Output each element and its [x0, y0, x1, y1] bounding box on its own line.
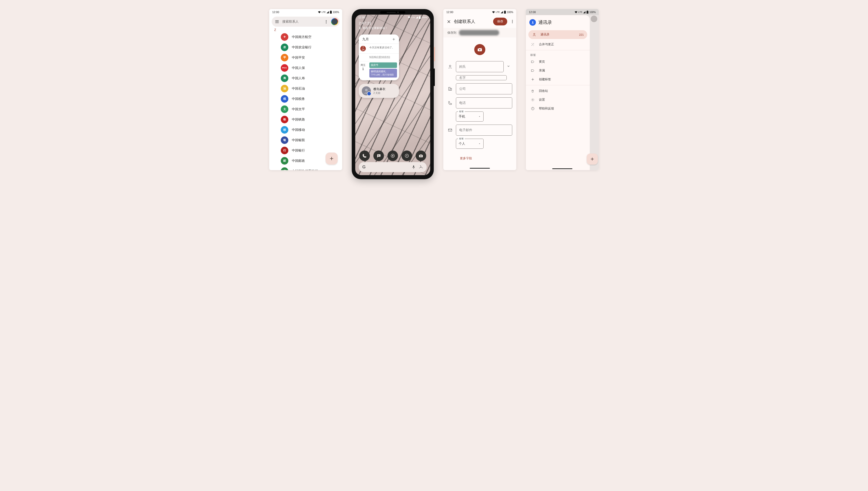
add-contact-fab[interactable]	[326, 152, 338, 165]
contact-name: 中国税务	[292, 97, 305, 101]
contact-row[interactable]: 移中国移动	[281, 124, 342, 135]
contact-row[interactable]: 储中国邮政储蓄银行	[281, 166, 342, 170]
dock	[355, 150, 430, 161]
search-bar[interactable]: 搜索联系人	[272, 17, 340, 27]
messages-app-icon[interactable]	[373, 150, 384, 161]
status-net: LTE	[578, 11, 582, 13]
label-icon	[531, 60, 535, 64]
chrome-app-icon[interactable]	[387, 150, 398, 161]
company-field[interactable]: 公司	[456, 83, 512, 94]
battery-icon	[504, 10, 506, 13]
phone-app-icon[interactable]	[359, 150, 370, 161]
drawer-row-yellowpages[interactable]: 黄页	[526, 57, 590, 66]
cal-fri-day: 1	[359, 67, 367, 71]
gear-icon	[531, 98, 535, 102]
contact-name: 中国农业银行	[292, 45, 311, 50]
dropdown-icon	[478, 115, 481, 118]
given-name-field[interactable]: 名字	[456, 75, 507, 80]
contact-name: 中国南方航空	[292, 35, 311, 39]
clock-widget[interactable]: 2:47:21	[359, 21, 427, 25]
calendar-month: 九月	[362, 37, 369, 41]
message-name: 樱岛麻衣	[373, 87, 385, 91]
account-avatar[interactable]	[331, 18, 338, 25]
svg-point-6	[420, 167, 422, 168]
status-net: LTE	[322, 11, 326, 13]
surname-field[interactable]: 姓氏	[456, 61, 504, 72]
contacts-app-icon	[529, 19, 536, 26]
account-chip[interactable]	[459, 30, 499, 35]
countdown-widget[interactable]: 歌曲卡盒要解锁啦！	[359, 26, 427, 30]
signal-icon	[501, 11, 503, 13]
google-search-bar[interactable]: G	[359, 162, 427, 172]
svg-point-13	[532, 21, 533, 23]
phone-label-select[interactable]: 标签 手机	[456, 112, 484, 121]
calendar-event-2[interactable]: 杨明波的婚礼 下午12时，四川省绵阳	[369, 69, 397, 78]
hourglass-icon	[359, 27, 361, 29]
wifi-icon	[574, 11, 578, 13]
svg-point-15	[532, 99, 533, 100]
calendar-today-text: 今天没有更多活动了。	[369, 44, 399, 53]
svg-point-9	[449, 65, 451, 67]
close-icon[interactable]	[447, 20, 451, 24]
drawer-row-settings[interactable]: 设置	[526, 95, 590, 104]
contacts-list[interactable]: Z ✈中国南方航空农中国农业银行平中国平安PICC中国人保寿中国人寿油中国石油税…	[269, 27, 342, 170]
background-avatar	[591, 16, 597, 22]
contact-name: 中国邮政	[292, 158, 305, 163]
status-time: 12:00	[358, 16, 365, 19]
battery-icon	[330, 10, 332, 13]
play-app-icon[interactable]	[401, 150, 412, 161]
menu-icon[interactable]	[275, 19, 279, 24]
more-icon[interactable]	[510, 20, 514, 23]
plus-icon[interactable]	[392, 37, 395, 41]
status-battery: 100%	[589, 11, 596, 13]
save-to-row[interactable]: 保存到	[443, 28, 516, 37]
mic-icon[interactable]	[412, 165, 416, 169]
more-icon[interactable]	[324, 20, 328, 23]
power-button	[434, 47, 435, 61]
drawer-row-trash[interactable]: 回收站	[526, 87, 590, 95]
contact-logo: 铁	[281, 116, 288, 123]
drawer-row-merge[interactable]: 合并与更正	[526, 40, 590, 49]
drawer-row-create-label[interactable]: 创建标签	[526, 75, 590, 84]
drawer-row-help[interactable]: 帮助和反馈	[526, 104, 590, 113]
contacts-drawer-screen: 12:00 LTE 100% 通讯录 通讯录 221 合并与更正	[526, 9, 599, 170]
contact-row[interactable]: PICC中国人保	[281, 63, 342, 73]
more-fields-button[interactable]: 更多字段	[460, 156, 512, 161]
label-icon	[531, 69, 535, 73]
contact-logo: 税	[281, 95, 288, 103]
phone-field[interactable]: 电话	[456, 97, 512, 109]
messages-widget[interactable]: 樱岛麻衣 2 天前	[359, 84, 399, 98]
status-time: 12:00	[446, 10, 453, 13]
save-button[interactable]: 保存	[493, 18, 507, 25]
add-photo-button[interactable]	[474, 44, 485, 55]
contact-row[interactable]: 税中国税务	[281, 94, 342, 104]
calendar-event-1[interactable]: 国庆节	[369, 62, 397, 68]
contact-name: 中国银联	[292, 138, 305, 142]
contact-row[interactable]: 油中国石油	[281, 83, 342, 94]
contact-row[interactable]: 农中国农业银行	[281, 42, 342, 52]
add-contact-fab[interactable]	[587, 153, 598, 165]
contact-row[interactable]: ✈中国南方航空	[281, 32, 342, 42]
drawer-row-relatives[interactable]: 亲属	[526, 66, 590, 75]
contact-row[interactable]: 银中国银联	[281, 135, 342, 145]
lens-icon[interactable]	[419, 165, 423, 169]
expand-name-icon[interactable]	[507, 64, 512, 69]
drawer-row-contacts[interactable]: 通讯录 221	[528, 30, 587, 39]
contact-row[interactable]: 寿中国人寿	[281, 73, 342, 83]
email-label-select[interactable]: 标签 个人	[456, 139, 484, 149]
create-contact-screen: 12:00 LTE 100% 创建联系人 保存 保存到 姓氏	[443, 9, 516, 170]
calendar-widget[interactable]: 九月 五 24 今天没有更多活动了。	[359, 34, 399, 80]
contact-name: 中国移动	[292, 127, 305, 132]
camera-app-icon[interactable]	[416, 150, 426, 161]
svg-point-4	[420, 155, 422, 157]
signal-icon	[326, 11, 329, 13]
contact-row[interactable]: 平中国平安	[281, 52, 342, 63]
status-time: 12:00	[272, 10, 279, 13]
google-g-icon: G	[362, 165, 365, 170]
contact-row[interactable]: 铁中国铁路	[281, 114, 342, 124]
email-field[interactable]: 电子邮件	[456, 124, 512, 136]
contact-row[interactable]: 太中国太平	[281, 104, 342, 114]
wifi-icon	[492, 11, 495, 13]
contacts-list-screen: 12:00 LTE 100% 搜索联系人 Z ✈中国南方航空农中国农业银行平中国…	[269, 9, 342, 170]
svg-point-14	[534, 33, 535, 35]
